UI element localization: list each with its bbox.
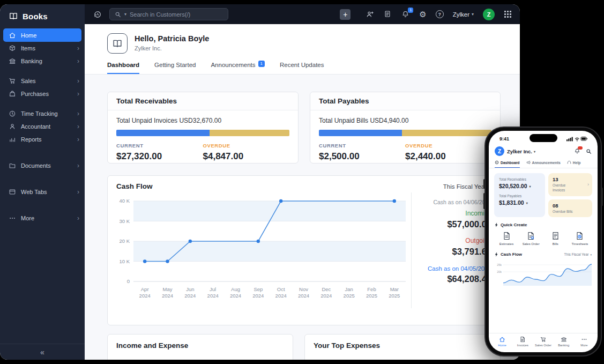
phone-nav-sales-order[interactable]: Sales Order [533, 336, 553, 347]
phone-fiscal-year-selector[interactable]: This Fiscal Year ▾ [564, 252, 592, 256]
value: $1,831.00 [499, 199, 524, 206]
phone-receivables-value[interactable]: $20,520.00 ▾ [499, 183, 540, 189]
phone-nav-invoices[interactable]: Invoices [512, 336, 533, 347]
current-value[interactable]: $27,320.00 [116, 151, 203, 162]
org-switcher[interactable]: Zylker ▾ [453, 11, 474, 18]
phone-tabs: Dashboard Announcements Help [489, 159, 598, 168]
topbar: ▾ + 1 ⚙ ? Zylker ▾ [85, 4, 520, 24]
cash-end-link[interactable]: Cash as on 04/05/2025 [420, 265, 491, 272]
phone-tab-dashboard[interactable]: Dashboard [495, 159, 520, 168]
phone-bottom-nav: Home Invoices Sales Order Banking More [489, 333, 598, 352]
phone-tab-help[interactable]: Help [567, 159, 581, 168]
sidebar-item-label: Items [21, 45, 35, 51]
notifications-bell-icon[interactable]: 1 [401, 10, 410, 19]
invite-user-icon[interactable] [366, 10, 375, 19]
quick-create-bills[interactable]: Bills [546, 232, 564, 246]
apps-grid-icon[interactable] [504, 10, 512, 19]
chevron-right-icon: › [77, 91, 79, 97]
caret-down-icon: ▾ [472, 12, 474, 17]
tab-recent-updates[interactable]: Recent Updates [280, 62, 324, 74]
svg-text:2025: 2025 [344, 293, 355, 299]
dashboard-body: Total Receivables Total Unpaid Invoices … [85, 75, 520, 360]
quick-create-sales-order[interactable]: Sales Order [522, 232, 540, 246]
cashflow-chart: 010 K20 K30 K40 KApr2024May2024Jun2024Ju… [112, 195, 409, 308]
books-logo-icon [9, 11, 18, 21]
settings-gear-icon[interactable]: ⚙ [419, 10, 426, 18]
page-header: Hello, Patricia Boyle Zylker Inc. Dashbo… [85, 24, 520, 75]
phone-payables-value[interactable]: $1,831.00 ▾ [499, 199, 540, 206]
svg-text:2024: 2024 [162, 293, 173, 299]
home-icon [9, 32, 16, 39]
phone-org-avatar[interactable]: Z [495, 146, 504, 156]
sidebar-item-items[interactable]: Items › [0, 42, 85, 55]
receivables-progress-bar [116, 130, 289, 136]
user-avatar[interactable]: Z [483, 9, 495, 20]
ellipsis-icon [581, 336, 587, 343]
svg-text:2024: 2024 [207, 293, 219, 299]
caret-down-icon: ▾ [530, 184, 531, 188]
total-receivables-card: Total Receivables Total Unpaid Invoices … [107, 92, 299, 164]
sidebar-collapse-button[interactable]: « [0, 344, 85, 360]
value: $20,520.00 [499, 183, 527, 189]
sidebar-item-banking[interactable]: Banking › [0, 55, 85, 68]
current-value[interactable]: $2,500.00 [319, 151, 405, 162]
phone-org-name: Zylker Inc. [507, 148, 532, 154]
sidebar-item-label: Purchases [21, 91, 49, 97]
ellipsis-icon [9, 214, 16, 222]
svg-text:0: 0 [127, 278, 130, 284]
svg-text:Jul: Jul [210, 286, 216, 292]
sidebar-item-web-tabs[interactable]: Web Tabs › [0, 185, 85, 198]
sidebar-item-purchases[interactable]: Purchases › [0, 87, 85, 100]
phone-mockup: 9:41 Z Zylker Inc. ▾ [484, 127, 602, 356]
help-icon[interactable]: ? [436, 10, 444, 18]
quick-item-label: Timesheets [572, 242, 588, 246]
chevron-right-icon: › [77, 215, 79, 221]
sidebar-item-more[interactable]: More › [0, 212, 85, 225]
sidebar-item-documents[interactable]: Documents › [0, 159, 85, 172]
current-segment [319, 130, 402, 136]
sidebar-item-sales[interactable]: Sales › [0, 75, 85, 87]
question-mark: ? [438, 12, 441, 17]
phone-overdue-bills-card[interactable]: 08 Overdue Bills [548, 199, 592, 217]
incoming-value: $57,000.00 [420, 219, 491, 229]
global-search[interactable]: ▾ [109, 8, 228, 20]
search-input[interactable] [130, 11, 215, 18]
sidebar-item-time-tracking[interactable]: Time Tracking › [0, 107, 85, 120]
phone-cashflow-header: Cash Flow This Fiscal Year ▾ [495, 252, 592, 257]
quick-create-button[interactable]: + [340, 9, 351, 20]
sidebar-item-label: Banking [21, 58, 42, 64]
phone-bell-icon[interactable] [574, 148, 580, 154]
sidebar-item-accountant[interactable]: Accountant › [0, 120, 85, 133]
sidebar-item-home[interactable]: Home [3, 28, 81, 42]
sidebar-item-label: Accountant [21, 123, 50, 130]
tab-announcements[interactable]: Announcements 1 [211, 62, 265, 74]
app-logo[interactable]: Books [0, 4, 85, 26]
quick-create-timesheets[interactable]: Timesheets [571, 232, 589, 246]
overdue-value[interactable]: $2,440.00 [405, 151, 491, 162]
sidebar-item-label: Reports [21, 136, 42, 143]
overdue-label: OVERDUE [405, 143, 491, 148]
overdue-value[interactable]: $4,847.00 [203, 151, 290, 162]
phone-search-icon[interactable] [586, 148, 592, 154]
phone-totals-card: Total Receivables $20,520.00 ▾ Total Pay… [494, 173, 545, 217]
tab-getting-started[interactable]: Getting Started [154, 62, 196, 74]
phone-nav-more[interactable]: More [574, 336, 594, 347]
quick-create-estimates[interactable]: Estimates [497, 232, 516, 246]
bar-chart-icon [9, 136, 16, 143]
phone-org-switcher[interactable]: Zylker Inc. ▾ [507, 148, 535, 154]
invoice-icon [519, 336, 526, 343]
tab-dashboard[interactable]: Dashboard [107, 62, 139, 74]
phone-tab-announcements[interactable]: Announcements [526, 159, 561, 168]
search-scope-caret-icon[interactable]: ▾ [124, 12, 126, 17]
phone-overdue-invoices-card[interactable]: 13 Overdue Invoices › [548, 173, 592, 196]
period-label: This Fiscal Year [443, 183, 487, 190]
history-icon[interactable] [93, 10, 102, 19]
phone-power-button [601, 188, 603, 206]
referral-document-icon[interactable] [384, 10, 392, 19]
phone-nav-home[interactable]: Home [492, 336, 512, 347]
phone-nav-banking[interactable]: Banking [554, 336, 574, 347]
plus-icon: + [343, 11, 347, 18]
sidebar-item-reports[interactable]: Reports › [0, 133, 85, 146]
overdue-invoices-label: Overdue Invoices [553, 183, 574, 193]
nav-label: Invoices [517, 344, 528, 347]
